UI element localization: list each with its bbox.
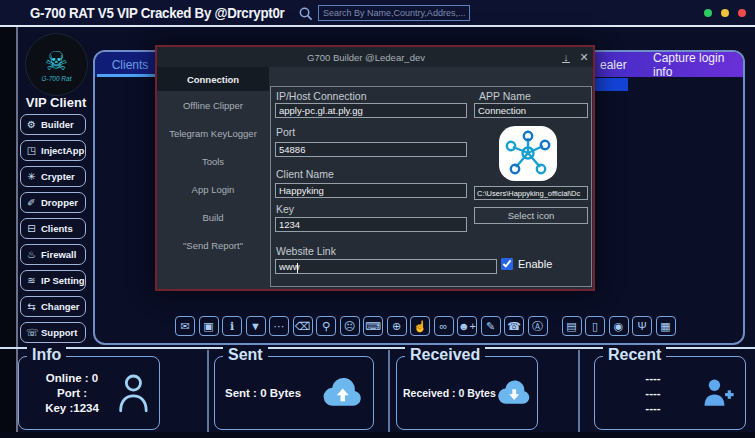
mobile-icon[interactable]: ▯ [585,316,605,336]
sidebar-item-label: Builder [41,119,74,130]
dialog-tab-connection[interactable]: Connection [157,67,269,91]
edit-icon[interactable]: ✎ [481,316,501,336]
dialog-tab-send-report[interactable]: "Send Report" [157,231,269,259]
tab-label: Clients [112,58,149,72]
logo-text: G-700 Rat [42,75,72,82]
dialog-tab-tools[interactable]: Tools [157,147,269,175]
location-icon[interactable]: ⚲ [316,316,336,336]
sidebar-item-changer[interactable]: ⇆Changer [20,296,86,317]
dialog-tab-offline-clipper[interactable]: Offline Clipper [157,91,269,119]
search-icon [298,6,313,21]
enable-label: Enable [518,258,552,270]
recent-entry: ---- [605,386,701,401]
link-icon[interactable]: ∞ [434,316,454,336]
user-icon [115,371,149,415]
recent-entry: ---- [605,371,701,386]
remove-user-icon[interactable]: ☹ [340,316,360,336]
title-bar: G-700 RAT V5 VIP Cracked By @Drcrypt0r [0,0,755,27]
recent-entry: ---- [605,401,701,416]
shield-icon[interactable]: ▼ [246,316,266,336]
window-dot-yellow[interactable] [721,9,729,17]
ip-signal-icon: ≋ [26,275,37,286]
ip-host-label: IP/Host Connection [276,90,366,102]
left-gutter [0,0,16,438]
phone-icon[interactable]: ☎ [504,316,524,336]
enable-checkbox[interactable] [501,258,513,270]
gear-icon: ⚙ [26,119,37,130]
received-panel: Received Received : 0 Bytes [396,356,538,430]
online-count: Online : 0 [29,371,115,386]
active-tab-underline [97,74,163,77]
app-title: G-700 RAT V5 VIP Cracked By @Drcrypt0r [30,5,284,21]
window-bottom-edge [0,432,755,438]
divider [207,350,209,438]
grid-icon[interactable]: ▦ [656,316,676,336]
app-name-input[interactable] [474,103,588,118]
sidebar-item-builder[interactable]: ⚙Builder [20,114,86,135]
select-icon-button[interactable]: Select icon [474,207,588,224]
divider [578,350,580,438]
add-user-icon[interactable]: ☻+ [457,316,477,336]
inject-document-icon: ◳ [26,145,37,156]
dialog-title-bar: x G700 Builder @Ledear_dev ↓ ✕ [157,47,593,67]
dropper-pen-icon: ✐ [26,197,37,208]
key-value: Key :1234 [29,401,115,416]
icon-path-input[interactable] [474,186,588,200]
contact-card-icon[interactable]: ▣ [199,316,219,336]
camera-icon[interactable]: ◉ [609,316,629,336]
dialog-tab-build[interactable]: Build [157,203,269,231]
mail-icon[interactable]: ✉ [175,316,195,336]
sidebar-item-ip-setting[interactable]: ≋IP Setting [20,270,86,291]
app-window: G-700 RAT V5 VIP Cracked By @Drcrypt0r ☠… [0,0,755,438]
key-label: Key [276,203,294,215]
sidebar-item-label: Firewall [41,249,76,260]
website-link-label: Website Link [276,245,336,257]
tab-label: Capture login info [653,51,743,79]
sidebar-item-injectapp[interactable]: ◳InjectApp [20,140,86,161]
sidebar-item-label: Dropper [41,197,78,208]
vip-client-label: VIP Client [18,95,94,110]
dialog-tab-telegram-keylogger[interactable]: Telegram KeyLogger [157,119,269,147]
client-name-label: Client Name [276,168,334,180]
pointer-icon[interactable]: ☝ [410,316,430,336]
close-icon[interactable]: ✕ [575,51,593,64]
key-input[interactable] [275,217,467,232]
sidebar-item-firewall[interactable]: ♨Firewall [20,244,86,265]
changer-swap-icon: ⇆ [26,301,37,312]
sent-bytes: Sent : 0 Bytes [225,387,301,399]
port-input[interactable] [275,142,467,157]
ip-host-input[interactable] [275,103,467,118]
trash-icon[interactable]: ⌫ [293,316,313,336]
cloud-upload-icon [321,377,363,409]
microphone-icon[interactable]: Ψ [632,316,652,336]
sidebar-item-crypter[interactable]: ✳Crypter [20,166,86,187]
tab-capture-login-info[interactable]: Capture login info [653,52,743,77]
window-dot-green[interactable] [704,9,712,17]
sidebar-item-label: IP Setting [41,275,85,286]
search-input[interactable] [318,5,470,21]
chat-icon[interactable]: ⋯ [269,316,289,336]
tab-stealer-partial[interactable]: ealer [600,52,627,77]
download-icon[interactable]: ↓ [557,51,575,63]
folder-icon[interactable]: ▤ [562,316,582,336]
dialog-tab-app-login[interactable]: App Login [157,175,269,203]
website-link-input[interactable] [275,259,497,274]
connection-form: IP/Host Connection Port Client Name Key … [270,86,592,287]
sidebar-item-label: Changer [41,301,80,312]
android-icon[interactable]: Ⓐ [528,316,548,336]
dialog-title: G700 Builder @Ledear_dev [175,52,557,63]
sidebar-item-dropper[interactable]: ✐Dropper [20,192,86,213]
sidebar-item-label: Support [41,327,77,338]
web-icon[interactable]: ⊕ [387,316,407,336]
info-icon[interactable]: ℹ [222,316,242,336]
keyboard-icon[interactable]: ⌨ [363,316,383,336]
window-dot-red[interactable] [738,9,746,17]
client-name-input[interactable] [275,183,467,198]
divider [388,350,390,438]
sidebar-item-support[interactable]: ☏Support [20,322,86,343]
sidebar-item-label: Crypter [41,171,75,182]
sidebar-item-clients[interactable]: ⊟Clients [20,218,86,239]
tab-label: ealer [600,58,627,72]
recent-panel: Recent ---- ---- ---- [594,356,746,430]
app-logo: ☠ G-700 Rat [25,33,88,96]
